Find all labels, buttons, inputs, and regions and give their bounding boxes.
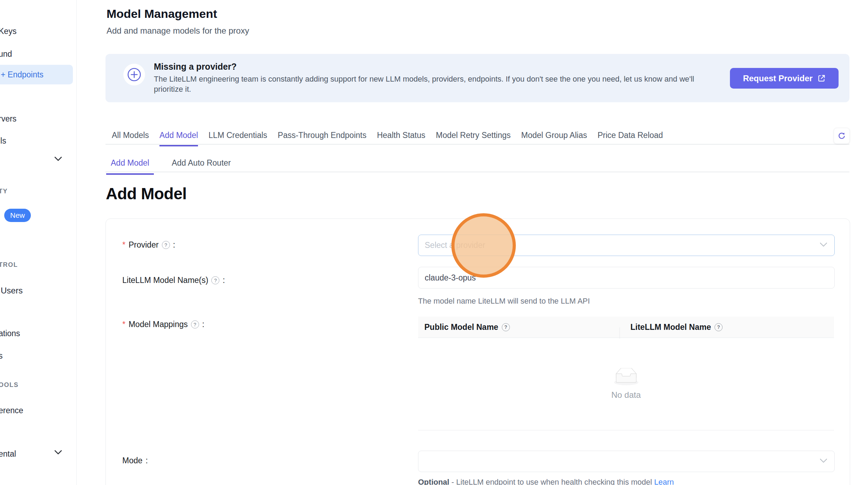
refresh-button[interactable] bbox=[834, 128, 850, 144]
provider-label-text: Provider bbox=[129, 240, 159, 250]
no-data-text: No data bbox=[611, 390, 641, 400]
new-badge[interactable]: New bbox=[4, 209, 31, 222]
help-icon[interactable]: ? bbox=[502, 323, 510, 331]
provider-label: * Provider ? : bbox=[122, 240, 175, 250]
tab-model-retry-settings[interactable]: Model Retry Settings bbox=[436, 131, 511, 146]
request-provider-button[interactable]: Request Provider bbox=[730, 68, 839, 89]
model-mappings-label: * Model Mappings ? : bbox=[122, 320, 204, 329]
help-icon[interactable]: ? bbox=[191, 320, 199, 328]
model-name-helper: The model name LiteLLM will send to the … bbox=[418, 297, 590, 306]
tab-health-status[interactable]: Health Status bbox=[377, 131, 425, 146]
banner-title: Missing a provider? bbox=[154, 62, 237, 72]
tab-llm-credentials[interactable]: LLM Credentials bbox=[209, 131, 267, 146]
sidebar-section-header: TROL bbox=[0, 261, 18, 269]
help-icon[interactable]: ? bbox=[715, 323, 723, 331]
model-name-label-text: LiteLLM Model Name(s) bbox=[122, 276, 208, 285]
sidebar-item-label: + Endpoints bbox=[1, 70, 43, 79]
chevron-down-icon bbox=[820, 242, 827, 247]
sidebar-section-header: TY bbox=[0, 188, 8, 195]
required-marker: * bbox=[122, 320, 125, 329]
learn-link[interactable]: Learn bbox=[654, 478, 674, 485]
plus-circle-icon bbox=[123, 64, 145, 85]
mode-helper-text: - LiteLLM endpoint to use when health ch… bbox=[449, 478, 654, 485]
tab-all-models[interactable]: All Models bbox=[112, 131, 149, 146]
mode-label: Mode : bbox=[122, 456, 148, 465]
colon: : bbox=[223, 276, 225, 285]
model-name-input[interactable]: claude-3-opus bbox=[418, 267, 835, 289]
required-marker: * bbox=[122, 240, 125, 250]
model-name-label: LiteLLM Model Name(s) ? : bbox=[122, 276, 225, 285]
provider-placeholder: Select a provider bbox=[425, 241, 485, 250]
colon: : bbox=[146, 456, 148, 465]
sidebar-section-header: OOLS bbox=[0, 381, 19, 389]
sidebar-item-mcp-servers[interactable]: rvers bbox=[0, 114, 16, 124]
sidebar-item-organizations[interactable]: ations bbox=[0, 329, 20, 338]
provider-select[interactable]: Select a provider bbox=[418, 235, 835, 256]
colon: : bbox=[202, 320, 204, 329]
tab-add-model[interactable]: Add Model bbox=[159, 131, 198, 146]
subtab-add-auto-router[interactable]: Add Auto Router bbox=[167, 158, 235, 175]
model-mappings-table: Public Model Name ? LiteLLM Model Name ?… bbox=[418, 317, 834, 430]
sidebar-item-internal-users[interactable]: Users bbox=[1, 286, 23, 296]
tab-model-group-alias[interactable]: Model Group Alias bbox=[521, 131, 587, 146]
help-icon[interactable]: ? bbox=[211, 276, 219, 284]
empty-inbox-icon bbox=[612, 368, 640, 386]
sidebar: Keys und + Endpoints rvers ils TY New TR… bbox=[0, 0, 77, 485]
sidebar-item-teams[interactable]: s bbox=[0, 351, 3, 361]
tab-bar: All Models Add Model LLM Credentials Pas… bbox=[112, 131, 663, 146]
sidebar-item-api-reference[interactable]: erence bbox=[0, 406, 23, 415]
column-header-text: Public Model Name bbox=[424, 323, 498, 332]
request-provider-label: Request Provider bbox=[743, 74, 813, 83]
sidebar-item-playground[interactable]: und bbox=[0, 49, 12, 59]
subtab-bar: Add Model Add Auto Router bbox=[106, 158, 235, 175]
subtab-add-model[interactable]: Add Model bbox=[106, 158, 154, 175]
refresh-icon bbox=[838, 132, 846, 140]
sidebar-item-guardrails[interactable]: ils bbox=[0, 136, 6, 146]
form-heading: Add Model bbox=[106, 184, 187, 203]
external-link-icon bbox=[818, 74, 826, 82]
mode-label-text: Mode bbox=[122, 456, 143, 465]
chevron-down-icon[interactable] bbox=[54, 450, 62, 457]
help-icon[interactable]: ? bbox=[162, 241, 170, 249]
model-mappings-label-text: Model Mappings bbox=[129, 320, 188, 329]
chevron-down-icon bbox=[820, 458, 827, 463]
table-empty-state: No data bbox=[418, 338, 834, 430]
colon: : bbox=[173, 240, 175, 250]
tab-pass-through-endpoints[interactable]: Pass-Through Endpoints bbox=[278, 131, 367, 146]
mode-select[interactable] bbox=[418, 451, 835, 472]
table-header-row: Public Model Name ? LiteLLM Model Name ? bbox=[418, 317, 834, 338]
column-header-public-model-name: Public Model Name ? bbox=[418, 323, 620, 332]
missing-provider-banner: Missing a provider? The LiteLLM engineer… bbox=[105, 54, 849, 102]
tab-price-data-reload[interactable]: Price Data Reload bbox=[597, 131, 663, 146]
sidebar-item-keys[interactable]: Keys bbox=[0, 27, 16, 36]
chevron-down-icon[interactable] bbox=[54, 156, 62, 163]
page-subtitle: Add and manage models for the proxy bbox=[107, 26, 249, 36]
banner-body: The LiteLLM engineering team is constant… bbox=[154, 74, 715, 94]
mode-helper-bold: Optional bbox=[418, 478, 449, 485]
column-header-litellm-model-name: LiteLLM Model Name ? bbox=[620, 323, 723, 332]
column-header-text: LiteLLM Model Name bbox=[630, 323, 711, 332]
sidebar-item-models-endpoints[interactable]: + Endpoints bbox=[0, 65, 73, 84]
mode-helper: Optional - LiteLLM endpoint to use when … bbox=[418, 478, 674, 485]
sidebar-item-experimental[interactable]: ental bbox=[0, 449, 16, 459]
model-name-value: claude-3-opus bbox=[425, 273, 476, 283]
page-title: Model Management bbox=[107, 7, 217, 21]
